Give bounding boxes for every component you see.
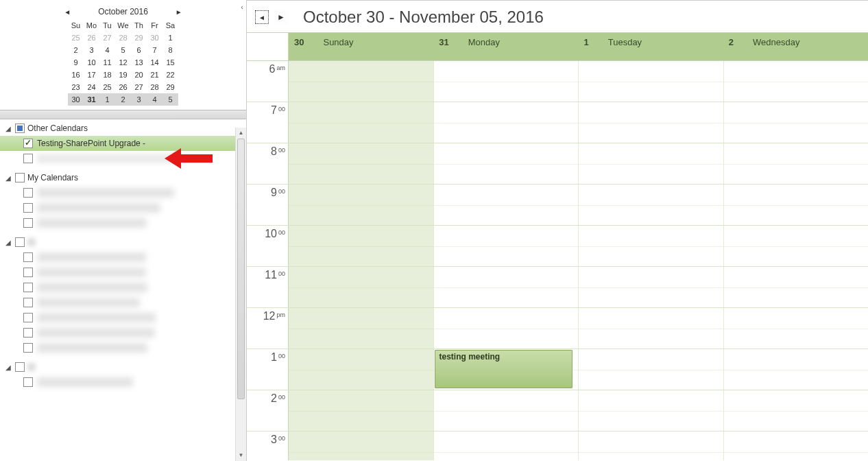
mini-cal-day[interactable]: 9 (68, 56, 84, 69)
mini-cal-day[interactable]: 7 (147, 44, 162, 56)
mini-cal-day[interactable]: 26 (84, 32, 99, 44)
mini-cal-day[interactable]: 5 (162, 93, 178, 106)
mini-cal-day[interactable]: 8 (162, 44, 178, 56)
scroll-thumb[interactable] (237, 139, 245, 399)
time-slot[interactable] (434, 102, 579, 143)
calendar-item[interactable] (0, 375, 246, 390)
time-slot[interactable] (289, 143, 434, 184)
calendar-item[interactable] (0, 340, 246, 355)
mini-cal-day[interactable]: 1 (99, 93, 115, 106)
calendar-checkbox[interactable] (23, 377, 33, 387)
day-header[interactable]: 1Tuesday (579, 33, 723, 60)
calendar-item[interactable] (0, 200, 246, 215)
mini-cal-day[interactable]: 3 (131, 93, 147, 106)
time-slot[interactable] (289, 61, 434, 102)
calendar-checkbox[interactable] (23, 283, 33, 292)
group-checkbox[interactable] (15, 237, 25, 247)
calendar-checkbox[interactable] (23, 154, 33, 163)
expand-icon[interactable]: ◢ (4, 239, 12, 246)
mini-cal-day[interactable]: 5 (115, 44, 131, 56)
mini-cal-day[interactable]: 22 (162, 69, 178, 81)
mini-cal-day[interactable]: 14 (147, 56, 162, 69)
day-header[interactable]: 2Wednesday (723, 33, 868, 60)
calendar-checkbox[interactable] (23, 313, 33, 322)
time-slot[interactable] (724, 432, 869, 460)
calendar-item[interactable] (0, 310, 246, 325)
time-slot[interactable] (289, 308, 434, 348)
calendar-checkbox[interactable] (23, 203, 33, 213)
mini-cal-day[interactable]: 26 (115, 81, 131, 93)
calendar-item[interactable] (0, 250, 246, 265)
time-slot[interactable] (289, 185, 434, 225)
calendar-item[interactable] (0, 325, 246, 340)
group-checkbox[interactable] (15, 173, 25, 182)
time-slot[interactable] (434, 185, 579, 225)
mini-cal-day[interactable]: 18 (99, 69, 115, 81)
mini-cal-day[interactable]: 2 (115, 93, 131, 106)
mini-cal-day[interactable]: 6 (131, 44, 147, 56)
mini-cal-day[interactable]: 29 (162, 81, 178, 93)
time-slot[interactable] (289, 226, 434, 266)
mini-cal-day[interactable]: 28 (147, 81, 162, 93)
calendar-checkbox[interactable] (23, 218, 33, 228)
time-slot[interactable] (579, 267, 724, 307)
time-slot[interactable] (289, 349, 434, 390)
day-header[interactable]: 30Sunday (289, 33, 433, 60)
group-other-calendars[interactable]: ◢ Other Calendars (0, 121, 246, 136)
time-slot[interactable] (289, 432, 434, 460)
mini-cal-day[interactable]: 23 (68, 81, 84, 93)
mini-cal-day[interactable]: 2 (68, 44, 84, 56)
calendar-item[interactable] (0, 185, 246, 200)
mini-cal-day[interactable]: 24 (84, 81, 99, 93)
week-next-button[interactable]: ► (274, 10, 288, 24)
time-slot[interactable] (434, 308, 579, 348)
calendar-item[interactable] (0, 295, 246, 310)
week-prev-button[interactable]: ◄ (255, 10, 269, 24)
expand-icon[interactable]: ◢ (4, 364, 12, 371)
mini-cal-day[interactable]: 4 (147, 93, 162, 106)
time-slot[interactable] (434, 267, 579, 307)
calendar-item-testing-sharepoint[interactable]: Testing-SharePoint Upgrade - (0, 136, 246, 151)
time-slot[interactable] (289, 390, 434, 431)
mini-cal-day[interactable]: 1 (162, 32, 178, 44)
time-slot[interactable] (724, 308, 869, 348)
expand-icon[interactable]: ◢ (4, 174, 12, 182)
mini-cal-day[interactable]: 31 (84, 93, 99, 106)
mini-cal-day[interactable]: 17 (84, 69, 99, 81)
mini-cal-day[interactable]: 25 (99, 81, 115, 93)
time-slot[interactable]: testing meeting (434, 349, 579, 390)
mini-cal-next-icon[interactable]: ► (176, 8, 182, 16)
mini-cal-title[interactable]: October 2016 (98, 7, 148, 16)
time-slot[interactable] (579, 185, 724, 225)
time-slot[interactable] (724, 267, 869, 307)
time-slot[interactable] (289, 267, 434, 307)
time-slot[interactable] (579, 349, 724, 390)
time-slot[interactable] (724, 61, 869, 102)
mini-cal-day[interactable]: 10 (84, 56, 99, 69)
scroll-down-icon[interactable]: ▼ (236, 450, 246, 461)
calendar-checkbox[interactable] (23, 188, 33, 198)
mini-cal-day[interactable]: 15 (162, 56, 178, 69)
group-my-calendars[interactable]: ◢ My Calendars (0, 170, 246, 185)
time-slot[interactable] (724, 226, 869, 266)
time-slot[interactable] (434, 432, 579, 460)
mini-cal-day[interactable]: 30 (147, 32, 162, 44)
mini-cal-day[interactable]: 21 (147, 69, 162, 81)
time-slot[interactable] (724, 390, 869, 431)
scroll-up-icon[interactable]: ▲ (236, 128, 246, 139)
mini-cal-day[interactable]: 13 (131, 56, 147, 69)
calendar-grid[interactable]: 6am7008009001000110012pm100testing meeti… (247, 61, 868, 460)
time-slot[interactable] (434, 143, 579, 184)
time-slot[interactable] (434, 390, 579, 431)
mini-cal-day[interactable]: 11 (99, 56, 115, 69)
mini-cal-day[interactable]: 28 (115, 32, 131, 44)
calendar-checkbox[interactable] (23, 328, 33, 338)
time-slot[interactable] (579, 432, 724, 460)
mini-cal-prev-icon[interactable]: ◄ (64, 8, 71, 16)
time-slot[interactable] (289, 102, 434, 143)
time-slot[interactable] (434, 226, 579, 266)
time-slot[interactable] (579, 390, 724, 431)
day-header[interactable]: 31Monday (433, 33, 578, 60)
group-checkbox[interactable] (15, 362, 25, 372)
expand-icon[interactable]: ◢ (4, 125, 12, 132)
